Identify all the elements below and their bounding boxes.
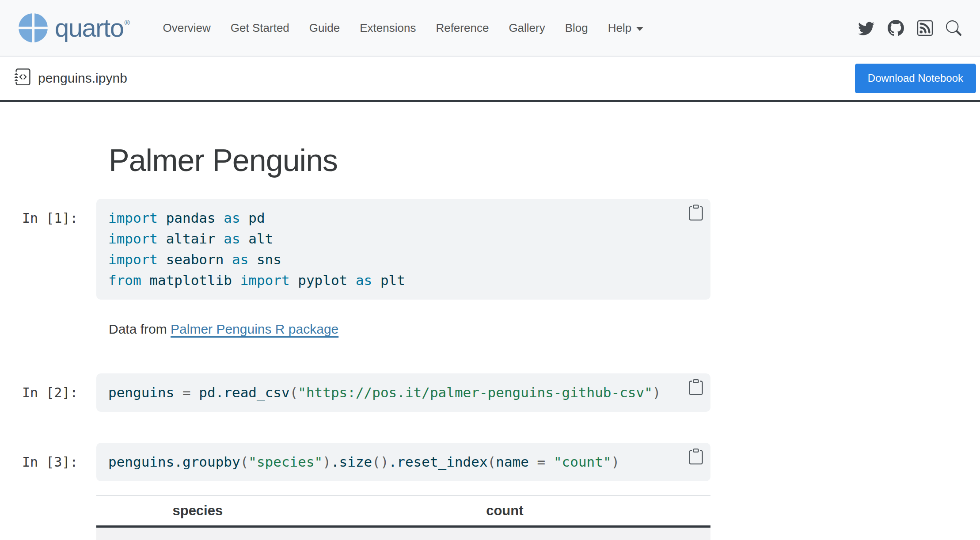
- twitter-icon[interactable]: [858, 20, 874, 36]
- code-line: from matplotlib import pyplot as plt: [108, 270, 699, 291]
- table-row: [96, 527, 710, 540]
- table-header-count: count: [299, 496, 710, 527]
- notebook-filename: penguins.ipynb: [38, 71, 127, 86]
- table-header-species: species: [96, 496, 299, 527]
- output-table-wrap: speciescount: [96, 495, 710, 540]
- data-source-paragraph: Data from Palmer Penguins R package: [109, 320, 710, 338]
- code-block: penguins = pd.read_csv("https://pos.it/p…: [96, 373, 710, 412]
- nav-item-overview[interactable]: Overview: [163, 21, 211, 35]
- chevron-down-icon: [636, 27, 643, 31]
- github-icon[interactable]: [888, 20, 904, 36]
- nav-item-help[interactable]: Help: [608, 21, 643, 35]
- nav-item-guide[interactable]: Guide: [309, 21, 340, 35]
- clipboard-icon: [688, 449, 704, 464]
- paragraph-text: Data from: [109, 322, 171, 336]
- cell-slot-3: In [3]:penguins.groupby("species").size(…: [22, 443, 710, 481]
- journal-code-icon: [15, 68, 31, 88]
- nav-item-blog[interactable]: Blog: [565, 21, 588, 35]
- cell-slot-1: In [1]:import pandas as pdimport altair …: [22, 199, 710, 300]
- notebook-cell: In [1]:import pandas as pdimport altair …: [22, 199, 710, 300]
- quarto-logo-icon: [19, 13, 48, 42]
- quarto-wordmark: quarto®: [55, 15, 129, 41]
- code-line: import altair as alt: [108, 228, 699, 249]
- clipboard-icon: [688, 205, 704, 221]
- notebook-file-link[interactable]: penguins.ipynb: [15, 68, 127, 88]
- quarto-brand[interactable]: quarto®: [19, 13, 129, 42]
- species-count-table: speciescount: [96, 495, 710, 540]
- cell-execution-label: In [2]:: [22, 373, 96, 403]
- copy-code-button[interactable]: [688, 205, 704, 221]
- copy-code-button[interactable]: [688, 379, 704, 395]
- copy-code-button[interactable]: [688, 449, 704, 464]
- notebook-toolbar: penguins.ipynb Download Notebook: [0, 57, 980, 102]
- download-notebook-button[interactable]: Download Notebook: [855, 64, 976, 93]
- nav-item-get-started[interactable]: Get Started: [231, 21, 289, 35]
- code-block: import pandas as pdimport altair as alti…: [96, 199, 710, 300]
- code-line: import seaborn as sns: [108, 249, 699, 270]
- cell-execution-label: In [1]:: [22, 199, 96, 228]
- nav-item-gallery[interactable]: Gallery: [509, 21, 545, 35]
- cell-slot-2: In [2]:penguins = pd.read_csv("https://p…: [22, 373, 710, 412]
- rss-icon[interactable]: [917, 20, 933, 36]
- search-icon[interactable]: [946, 20, 961, 36]
- navbar-icons: [858, 20, 961, 36]
- code-line: penguins = pd.read_csv("https://pos.it/p…: [108, 382, 699, 403]
- clipboard-icon: [688, 379, 704, 395]
- code-block: penguins.groupby("species").size().reset…: [96, 443, 710, 481]
- palmer-penguins-link[interactable]: Palmer Penguins R package: [171, 322, 338, 336]
- main-content: Palmer Penguins In [1]:import pandas as …: [22, 102, 710, 540]
- notebook-cell: In [3]:penguins.groupby("species").size(…: [22, 443, 710, 481]
- table-header-row: speciescount: [96, 496, 710, 527]
- code-line: penguins.groupby("species").size().reset…: [108, 452, 699, 472]
- cell-execution-label: In [3]:: [22, 443, 96, 472]
- code-line: import pandas as pd: [108, 208, 699, 228]
- page-title: Palmer Penguins: [109, 142, 710, 179]
- navbar-links: OverviewGet StartedGuideExtensionsRefere…: [163, 21, 644, 35]
- registered-mark: ®: [124, 19, 129, 27]
- nav-item-reference[interactable]: Reference: [436, 21, 489, 35]
- top-navbar: quarto® OverviewGet StartedGuideExtensio…: [0, 0, 980, 57]
- notebook-cell: In [2]:penguins = pd.read_csv("https://p…: [22, 373, 710, 412]
- nav-item-extensions[interactable]: Extensions: [360, 21, 416, 35]
